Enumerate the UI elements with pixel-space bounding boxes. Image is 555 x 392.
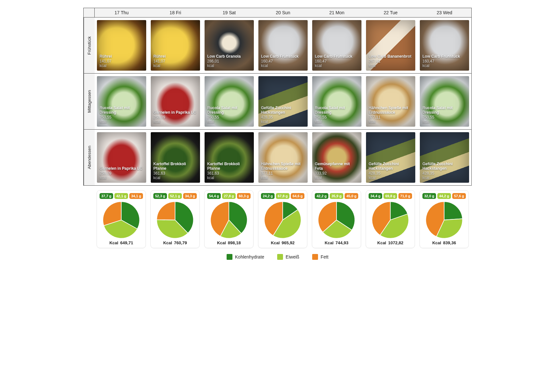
day-header: 20 Sun: [256, 8, 310, 17]
day-header: 21 Mon: [310, 8, 364, 17]
meal-kcal: 428,35: [261, 115, 305, 120]
day-header: 18 Fri: [148, 8, 202, 17]
meal-kcal-unit: kcal: [100, 120, 144, 124]
meal-card[interactable]: Gefülle Zucchini Hackstangen428,35kcal: [258, 76, 308, 127]
pill-protein: 44,2 g: [437, 193, 451, 199]
weekly-meal-planner: 17 Thu 18 Fri 19 Sat 20 Sun 21 Mon 22 Tu…: [83, 8, 472, 260]
day-header: 23 Wed: [418, 8, 471, 17]
meal-kcal: 361,63: [153, 171, 197, 176]
meal-kcal: 377,11: [261, 171, 305, 176]
pill-fat: 45,0 g: [345, 193, 358, 199]
pill-carb: 52,3 g: [153, 193, 167, 199]
kcal-total: 649,71: [120, 240, 133, 245]
meal-name: Low Carb Bananenbrot: [369, 54, 413, 59]
kcal-total: 760,79: [174, 240, 187, 245]
swatch-carb-icon: [227, 254, 232, 260]
meal-kcal-unit: kcal: [422, 176, 466, 180]
kcal-total: 744,93: [336, 240, 348, 245]
meal-card[interactable]: Rucola Salat mit Dressing250,55kcal: [312, 76, 361, 127]
meal-kcal-unit: kcal: [261, 63, 305, 68]
meal-card[interactable]: Kartoffel Brokkoli Pfanne361,63kcal: [151, 132, 200, 183]
meal-kcal-unit: kcal: [153, 63, 197, 68]
pill-carb: 34,4 g: [369, 193, 382, 199]
meal-card[interactable]: Rucola Salat mit Dressing250,55kcal: [420, 76, 469, 127]
meal-card[interactable]: Kartoffel Brokkoli Pfanne361,63kcal: [205, 132, 254, 183]
pill-carb: 32,0 g: [422, 193, 436, 199]
macro-row: 37,7 g 42,1 g 34,1 g Kcal649,71 52,3 g 5…: [83, 189, 472, 249]
meal-kcal-unit: kcal: [100, 63, 144, 68]
meal-name: Hähnchen Spieße mit Erdnusssauce: [369, 106, 413, 115]
meal-name: Gemüsepfanne mit Feta: [315, 162, 359, 171]
day-header: 19 Sat: [202, 8, 256, 17]
meal-name: Gefülle Zucchini Hackstangen: [369, 162, 413, 171]
meal-kcal: 377,11: [369, 115, 413, 120]
meal-name: Low Carb Frühstück: [261, 54, 305, 59]
meal-kcal: 286,01: [207, 59, 251, 63]
meal-name: Rucola Salat mit Dressing: [422, 106, 466, 115]
legend-item-carb: Kohlenhydrate: [227, 254, 264, 260]
legend-item-fat: Fett: [312, 254, 328, 260]
row-label-mittagessen: Mittagessen: [84, 74, 95, 129]
meal-name: Rührei: [100, 54, 144, 59]
pill-carb: 24,2 g: [261, 193, 275, 199]
pill-protein: 69,8 g: [384, 193, 397, 199]
meal-kcal: 361,63: [207, 171, 251, 176]
meal-card[interactable]: Rucola Salat mit Dressing250,55kcal: [97, 76, 146, 127]
kcal-total: 839,36: [443, 240, 456, 245]
meal-name: Rucola Salat mit Dressing: [100, 106, 144, 115]
meal-name: Gefülle Zucchini Hackstangen: [261, 106, 305, 115]
pill-fat: 64,6 g: [291, 193, 304, 199]
meal-kcal: 428,35: [369, 171, 413, 176]
meal-kcal-unit: kcal: [315, 120, 359, 124]
meal-name: Gefülle Zucchini Hackstangen: [422, 162, 466, 171]
meal-card[interactable]: Hähnchen Spieße mit Erdnusssauce377,11kc…: [366, 76, 415, 127]
meal-kcal-unit: kcal: [207, 120, 251, 124]
meal-name: Rührei: [153, 54, 197, 59]
meal-name: Garnelen in Paprika LC: [100, 167, 144, 171]
pill-protein: 35,9 g: [330, 193, 343, 199]
meal-card[interactable]: Low Carb Bananenbrot267,41kcal: [366, 20, 415, 71]
meal-card[interactable]: Garnelen in Paprika LC258,09kcal: [151, 76, 200, 127]
meal-kcal: 141,07: [153, 59, 197, 63]
meal-kcal-unit: kcal: [422, 120, 466, 124]
meal-card[interactable]: Low Carb Frühstück160,47kcal: [312, 20, 361, 71]
kcal-label: Kcal: [217, 240, 226, 245]
kcal-total: 898,18: [228, 240, 241, 245]
legend-label-fat: Fett: [321, 254, 328, 259]
pill-fat: 71,0 g: [398, 193, 412, 199]
swatch-protein-icon: [277, 254, 283, 260]
meal-kcal: 160,47: [315, 59, 359, 63]
meal-card[interactable]: Rucola Salat mit Dressing250,55kcal: [205, 76, 254, 127]
macro-pie-chart: [102, 201, 140, 239]
meal-card[interactable]: Garnelen in Paprika LC258,09kcal: [97, 132, 146, 183]
meal-kcal: 250,55: [422, 115, 466, 120]
meal-card[interactable]: Rührei141,07kcal: [97, 20, 146, 71]
swatch-fat-icon: [312, 254, 318, 260]
meal-kcal: 141,07: [100, 59, 144, 63]
meal-card[interactable]: Hähnchen Spieße mit Erdnusssauce377,11kc…: [258, 132, 308, 183]
meal-kcal: 267,41: [369, 59, 413, 63]
pill-protein: 42,1 g: [114, 193, 128, 199]
legend-item-protein: Eiweiß: [277, 254, 299, 260]
row-abendessen: Abendessen Garnelen in Paprika LC258,09k…: [83, 130, 472, 186]
meal-name: Rucola Salat mit Dressing: [207, 106, 251, 115]
meal-name: Kartoffel Brokkoli Pfanne: [153, 162, 197, 171]
meal-name: Rucola Salat mit Dressing: [315, 106, 359, 115]
meal-card[interactable]: Gefülle Zucchini Hackstangen428,35kcal: [420, 132, 469, 183]
meal-card[interactable]: Low Carb Granola286,01kcal: [205, 20, 254, 71]
meal-card[interactable]: Gefülle Zucchini Hackstangen428,35kcal: [366, 132, 415, 183]
meal-kcal: 160,47: [261, 59, 305, 63]
macro-pie-chart: [317, 201, 356, 239]
kcal-label: Kcal: [325, 240, 333, 245]
meal-card[interactable]: Gemüsepfanne mit Feta333,92kcal: [312, 132, 361, 183]
row-mittagessen: Mittagessen Rucola Salat mit Dressing250…: [83, 74, 472, 130]
macro-legend: Kohlenhydrate Eiweiß Fett: [83, 254, 472, 260]
meal-kcal-unit: kcal: [315, 63, 359, 68]
meal-card[interactable]: Low Carb Frühstück160,47kcal: [258, 20, 308, 71]
meal-kcal-unit: kcal: [261, 120, 305, 124]
macro-card: 42,2 g 35,9 g 45,0 g Kcal744,93: [312, 190, 361, 248]
meal-kcal: 258,09: [153, 115, 197, 120]
meal-kcal-unit: kcal: [422, 63, 466, 68]
meal-card[interactable]: Rührei141,07kcal: [151, 20, 200, 71]
meal-card[interactable]: Low Carb Frühstück160,47kcal: [420, 20, 469, 71]
